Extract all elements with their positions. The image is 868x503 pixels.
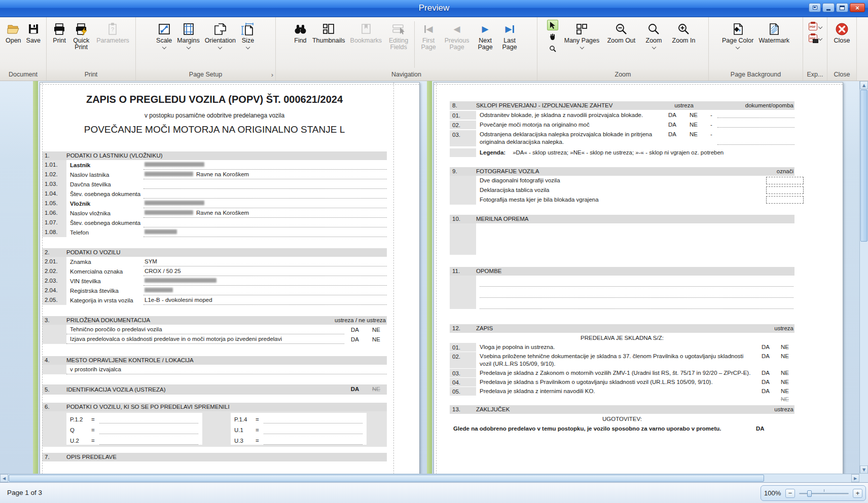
redacted-value [144,210,193,215]
zoom-in-button[interactable]: Zoom In [668,20,700,45]
margins-icon [182,21,195,36]
table-row: 1.06.Naslov vložnikaRavne na Koroškem [42,208,387,218]
status-zoom-out-button[interactable]: − [785,489,795,498]
hand-tool-button[interactable] [547,31,558,42]
section-12-subtitle: PREDELAVA JE SKLADNA S/Z: [450,334,794,342]
document-page-2: 8.SKLOPI PREVERJANJ - IZPOLNJEVANJE ZAHT… [433,82,843,474]
preview-workspace[interactable]: ZAPIS O PREGLEDU VOZILA (POPV) ŠT. 00062… [0,81,868,474]
dotted-line [480,276,793,287]
next-page-icon: ▶ [482,25,489,33]
redacted-value [144,162,204,167]
scroll-right-button[interactable]: ▶ [851,474,859,482]
maximize-icon [840,6,845,10]
section-1-header: 1. PODATKI O LASTNIKU (VLOŽNIKU) [42,151,387,160]
last-page-button[interactable]: ▶ Last Page [497,20,522,51]
minimize-button[interactable] [822,3,835,12]
status-zoom-in-button[interactable]: + [853,489,862,498]
find-button[interactable]: Find [291,20,310,45]
previous-page-icon: ◀ [454,25,460,33]
horizontal-scrollbar[interactable]: ◀ ▶ [0,474,859,482]
section-9-header: 9.FOTOGRAFIJE VOZILA označi [450,167,794,176]
section-4-header: 4.MESTO OPRAVLJENE KONTROLE / LOKACIJA [42,356,387,365]
first-page-button[interactable]: ◀ First Page [416,20,441,51]
page-edge-strip [427,81,432,474]
scale-button[interactable]: Scale [154,20,174,49]
previous-page-button[interactable]: ◀ Previous Page [441,20,473,51]
magnifier-tool-button[interactable] [547,43,558,54]
save-button[interactable]: Save [24,20,44,45]
zoom-button[interactable]: Zoom [640,20,668,49]
scroll-left-button[interactable]: ◀ [0,474,8,482]
editing-fields-button[interactable]: Editing Fields [384,20,413,51]
thumbnails-button[interactable]: Thumbnails [310,20,348,45]
table-row: Dve diagonalni fotografiji vozila [450,176,794,185]
section-10-header: 10.MERILNA OPREMA [450,215,794,223]
save-floppy-icon [27,21,40,36]
conclusion-row: Glede na odobreno predelavo v temu posto… [450,424,794,433]
table-row: 2.02.Komercialna oznakaCROX / 50 25 [42,266,387,276]
chevron-down-icon [736,45,740,49]
first-page-icon: ◀ [424,22,433,35]
parameters-button[interactable]: ? Parameters [94,20,132,45]
vertical-scrollbar[interactable]: ▲ ▼ [859,81,868,474]
bookmarks-button[interactable]: Bookmarks [348,20,385,45]
redacted-value [144,229,177,234]
margin-guide [434,84,843,85]
page-edge-strip [33,81,38,474]
section-6-body: P.1.2= Q= U.2= P.1.4= U.1= U.3= [42,411,387,447]
zoom-slider-thumb[interactable] [807,490,812,497]
column-header: ustreza [754,406,794,413]
parameters-clipboard-icon: ? [107,21,118,36]
window-title: Preview [0,3,868,13]
margin-guide [393,83,394,474]
scroll-down-button[interactable]: ▼ [860,466,868,474]
zoom-slider[interactable] [798,489,850,498]
table-row: 01.Vloga je popolna in ustrezna.DANE [450,343,794,352]
orientation-button[interactable]: Orientation [202,20,238,49]
open-button[interactable]: Open [3,20,24,45]
zoom-out-button[interactable]: Zoom Out [603,20,640,45]
watermark-button[interactable]: Watermark [756,20,792,45]
export-pdf-icon: PDF [809,23,817,30]
many-pages-button[interactable]: Many Pages [561,20,603,49]
group-caption-page-background: Page Background [709,69,803,81]
chevron-down-icon [218,45,222,49]
ribbon-group-close: Close Close [827,17,857,81]
group-caption-page-setup: Page Setup› [136,69,275,81]
ribbon-group-page-setup: Scale Margins Orientation [136,17,276,81]
section-2-header: 2.PODATKI O VOZILU [42,248,387,257]
scroll-up-button[interactable]: ▲ [860,81,868,89]
close-preview-button[interactable]: Close [831,20,853,45]
hand-icon [549,33,556,41]
horizontal-scrollbar-thumb[interactable] [9,475,764,482]
table-row: 1.05.Vložnik [42,199,387,208]
magnifier-icon [549,45,556,52]
many-pages-icon [575,21,589,36]
fullscreen-button[interactable] [809,3,821,12]
vertical-scrollbar-thumb[interactable] [860,90,867,242]
export-pdf-button[interactable]: PDF [807,22,823,31]
table-row: 02.Povečanje moči motorja na originalno … [450,121,794,129]
arrow-left-icon: ◀ [3,476,6,481]
page-color-button[interactable]: Page Color [719,20,756,49]
email-pdf-button[interactable]: PDF [807,33,823,43]
maximize-button[interactable] [836,3,848,12]
pointer-tool-button[interactable] [547,20,558,30]
table-row: 1.08.Telefon [42,227,387,237]
photo-checkbox [766,177,804,184]
next-page-button[interactable]: ▶ Next Page [473,20,497,51]
print-button[interactable]: Print [50,20,68,45]
group-caption-navigation: Navigation [276,69,537,81]
window-close-button[interactable]: × [850,3,865,12]
margins-button[interactable]: Margins [174,20,202,49]
photo-checkbox [766,196,804,204]
document-subtitle: v postopku posamične odobritve predelane… [42,112,387,120]
photo-checkbox [766,186,804,194]
table-row: 04.Predelava je skladna s Pravilnikom o … [450,378,794,386]
table-row: NE [450,396,794,403]
last-page-icon: ▶ [505,22,514,35]
quick-print-button[interactable]: Quick Print [68,20,94,51]
dialog-launcher-icon[interactable]: › [271,69,273,80]
size-button[interactable]: Size [238,20,258,49]
divider [414,21,415,68]
